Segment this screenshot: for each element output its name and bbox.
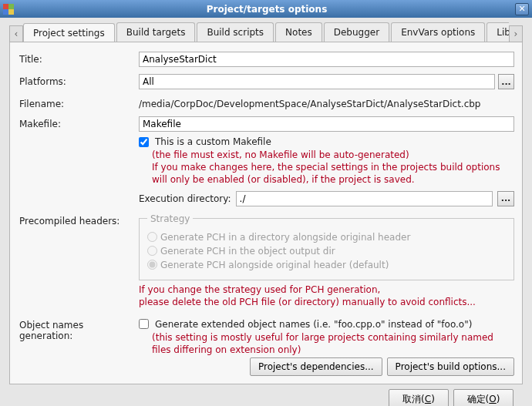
pch-hint: If you change the strategy used for PCH … <box>139 284 514 308</box>
extended-obj-names-checkbox[interactable] <box>139 319 149 329</box>
pch-radio-alongside-default <box>147 260 157 270</box>
ok-button-text: 确定 <box>467 394 486 404</box>
app-icon <box>3 4 14 15</box>
tab-envvars-options[interactable]: EnvVars options <box>391 22 485 42</box>
tab-libraries[interactable]: Libraries <box>487 22 509 42</box>
tab-scroll-right[interactable]: › <box>509 25 523 42</box>
pch-strategy-legend: Strategy <box>147 213 193 224</box>
title-input[interactable] <box>139 52 514 67</box>
exec-dir-browse-button[interactable]: ... <box>497 191 514 206</box>
tab-build-scripts[interactable]: Build scripts <box>197 22 274 42</box>
makefile-label: Makefile: <box>19 116 139 129</box>
project-build-options-button[interactable]: Project's build options... <box>387 357 514 376</box>
obj-names-label: Object names generation: <box>19 317 139 341</box>
tab-project-settings[interactable]: Project settings <box>23 23 115 42</box>
pch-radio-output-dir <box>147 246 157 256</box>
custom-makefile-checkbox[interactable] <box>139 137 149 147</box>
ok-button-key: O <box>489 394 496 404</box>
ok-button[interactable]: 确定(O) <box>453 389 513 406</box>
cancel-button-key: C <box>425 394 431 404</box>
exec-dir-input[interactable] <box>236 191 493 206</box>
window-title: Project/targets options <box>19 4 515 15</box>
platforms-input[interactable] <box>139 74 495 89</box>
close-icon: ✕ <box>518 4 525 14</box>
pch-radio-dir-alongside <box>147 232 157 242</box>
filename-label: Filename: <box>19 96 139 109</box>
tab-notes[interactable]: Notes <box>275 22 322 42</box>
makefile-input[interactable] <box>139 116 514 132</box>
pch-radio-label-0: Generate PCH in a directory alongside or… <box>160 232 410 243</box>
extended-obj-names-label: Generate extended object names (i.e. "fo… <box>155 319 472 330</box>
tab-bar: ‹ Project settings Build targets Build s… <box>9 21 523 42</box>
project-settings-panel: Title: Platforms: ... Filename: /media/C… <box>9 42 523 384</box>
pch-radio-label-1: Generate PCH in the object output dir <box>160 246 335 257</box>
custom-makefile-label: This is a custom Makefile <box>155 136 271 147</box>
platforms-browse-button[interactable]: ... <box>498 74 514 89</box>
cancel-button-text: 取消 <box>402 394 421 404</box>
project-dependencies-button[interactable]: Project's dependencies... <box>250 357 382 376</box>
obj-names-hint: (this setting is mostly useful for large… <box>152 331 514 356</box>
custom-makefile-hint: (the file must exist, no Makefile will b… <box>152 149 514 186</box>
platforms-label: Platforms: <box>19 74 139 87</box>
title-bar: Project/targets options ✕ <box>0 0 532 18</box>
close-button[interactable]: ✕ <box>515 3 529 15</box>
pch-strategy-fieldset: Strategy Generate PCH in a directory alo… <box>139 213 514 280</box>
pch-label: Precompiled headers: <box>19 213 139 226</box>
filename-value: /media/CorpDoc/DevelopmentSpace/AnalyseS… <box>139 96 514 109</box>
exec-dir-label: Execution directory: <box>139 193 231 204</box>
tab-debugger[interactable]: Debugger <box>324 22 389 42</box>
title-label: Title: <box>19 52 139 65</box>
cancel-button[interactable]: 取消(C) <box>389 389 449 406</box>
tab-scroll-left[interactable]: ‹ <box>9 25 23 42</box>
pch-radio-label-2: Generate PCH alongside original header (… <box>160 260 389 270</box>
tab-build-targets[interactable]: Build targets <box>116 22 196 42</box>
